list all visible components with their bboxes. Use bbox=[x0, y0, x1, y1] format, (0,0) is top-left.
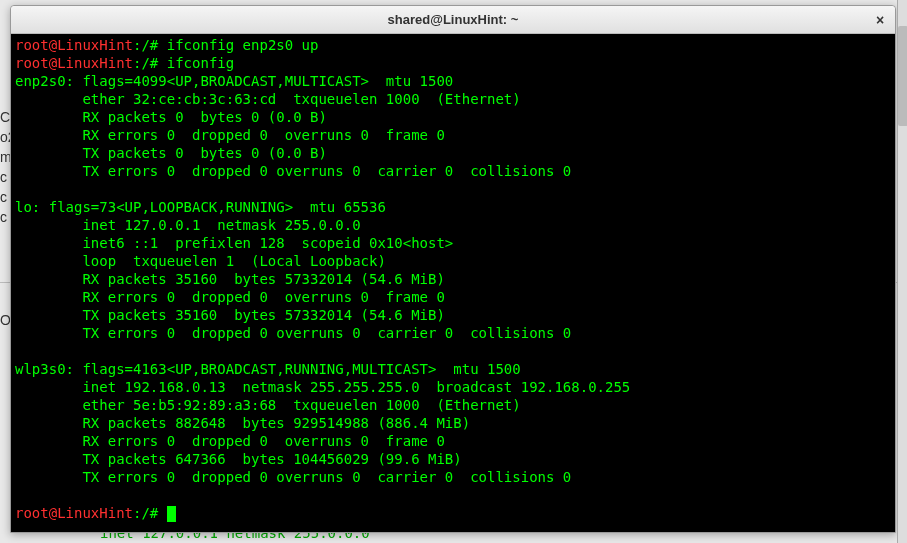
iface-wlp3s0-txe: TX errors 0 dropped 0 overruns 0 carrier… bbox=[15, 469, 571, 485]
prompt-user: root@LinuxHint bbox=[15, 505, 133, 521]
iface-wlp3s0-inet: inet 192.168.0.13 netmask 255.255.255.0 … bbox=[15, 379, 630, 395]
window-title: shared@LinuxHint: ~ bbox=[388, 12, 519, 27]
iface-wlp3s0-ether: ether 5e:b5:92:89:a3:68 txqueuelen 1000 … bbox=[15, 397, 521, 413]
terminal-output[interactable]: root@LinuxHint:/# ifconfig enp2s0 up roo… bbox=[11, 34, 895, 532]
scrollbar-thumb[interactable] bbox=[898, 26, 907, 126]
iface-wlp3s0-rxp: RX packets 882648 bytes 929514988 (886.4… bbox=[15, 415, 470, 431]
iface-enp2s0-rxe: RX errors 0 dropped 0 overruns 0 frame 0 bbox=[15, 127, 445, 143]
iface-lo-rxe: RX errors 0 dropped 0 overruns 0 frame 0 bbox=[15, 289, 445, 305]
iface-wlp3s0-rxe: RX errors 0 dropped 0 overruns 0 frame 0 bbox=[15, 433, 445, 449]
close-icon[interactable]: × bbox=[871, 11, 889, 29]
iface-enp2s0-txe: TX errors 0 dropped 0 overruns 0 carrier… bbox=[15, 163, 571, 179]
iface-lo-txp: TX packets 35160 bytes 57332014 (54.6 Mi… bbox=[15, 307, 445, 323]
iface-wlp3s0-txp: TX packets 647366 bytes 104456029 (99.6 … bbox=[15, 451, 462, 467]
iface-enp2s0-ether: ether 32:ce:cb:3c:63:cd txqueuelen 1000 … bbox=[15, 91, 521, 107]
titlebar[interactable]: shared@LinuxHint: ~ × bbox=[11, 6, 895, 34]
terminal-window: shared@LinuxHint: ~ × root@LinuxHint:/# … bbox=[10, 5, 896, 533]
prompt-path: :/# bbox=[133, 55, 167, 71]
iface-wlp3s0-header: wlp3s0: flags=4163<UP,BROADCAST,RUNNING,… bbox=[15, 361, 521, 377]
command-1: ifconfig enp2s0 up bbox=[167, 37, 319, 53]
iface-lo-loop: loop txqueuelen 1 (Local Loopback) bbox=[15, 253, 386, 269]
iface-enp2s0-rxp: RX packets 0 bytes 0 (0.0 B) bbox=[15, 109, 327, 125]
prompt-user: root@LinuxHint bbox=[15, 55, 133, 71]
iface-lo-rxp: RX packets 35160 bytes 57332014 (54.6 Mi… bbox=[15, 271, 445, 287]
prompt-path: :/# bbox=[133, 505, 167, 521]
iface-lo-inet: inet 127.0.0.1 netmask 255.0.0.0 bbox=[15, 217, 361, 233]
iface-lo-header: lo: flags=73<UP,LOOPBACK,RUNNING> mtu 65… bbox=[15, 199, 386, 215]
command-2: ifconfig bbox=[167, 55, 234, 71]
iface-lo-txe: TX errors 0 dropped 0 overruns 0 carrier… bbox=[15, 325, 571, 341]
prompt-path: :/# bbox=[133, 37, 167, 53]
iface-enp2s0-header: enp2s0: flags=4099<UP,BROADCAST,MULTICAS… bbox=[15, 73, 453, 89]
iface-enp2s0-txp: TX packets 0 bytes 0 (0.0 B) bbox=[15, 145, 327, 161]
cursor bbox=[167, 506, 176, 522]
iface-lo-inet6: inet6 ::1 prefixlen 128 scopeid 0x10<hos… bbox=[15, 235, 453, 251]
scrollbar[interactable] bbox=[897, 0, 907, 543]
prompt-user: root@LinuxHint bbox=[15, 37, 133, 53]
